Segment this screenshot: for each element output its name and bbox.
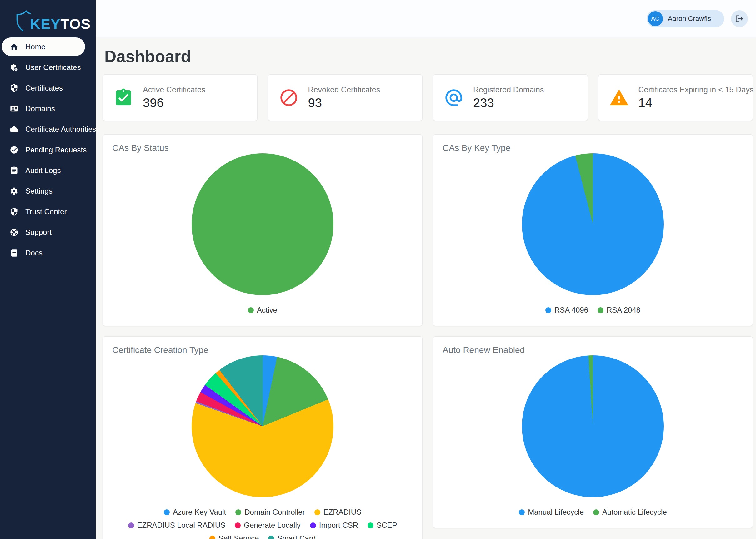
legend-dot [235,522,240,528]
sidebar-item-label: User Certificates [25,63,81,72]
legend-item-azure-key-vault[interactable]: Azure Key Vault [164,508,226,516]
legend-dot [315,509,320,515]
stat-value: 93 [308,96,380,110]
legend-label: Import CSR [319,521,358,530]
topbar: AC Aaron Crawfis [96,0,756,38]
legend-dot [164,509,170,515]
sidebar-item-audit-logs[interactable]: Audit Logs [2,161,85,180]
stat-icon-wrap [114,88,134,108]
user-name: Aaron Crawfis [668,15,711,23]
brand-name-tos: TOS [61,16,91,32]
sidebar-nav: HomeUser CertificatesCertificatesDomains… [0,38,96,262]
pie-cas-by-status [192,153,333,295]
legend-dot [593,509,599,515]
sidebar-item-pending-requests[interactable]: Pending Requests [2,140,85,159]
brand-logo[interactable]: KEYTOS [0,4,96,36]
sidebar-item-settings[interactable]: Settings [2,182,85,200]
stats-row: Active Certificates 396 Revoked Certific… [103,74,753,121]
legend-dot [268,536,274,539]
page-title: Dashboard [104,47,753,66]
stat-card-certificates-expiring-in-15-days: Certificates Expiring in < 15 Days 14 [598,74,753,121]
stat-label: Active Certificates [143,85,205,94]
chart-title: Certificate Creation Type [112,345,413,355]
legend-label: EZRADIUS Local RADIUS [137,521,226,530]
charts-grid: CAs By StatusActiveCAs By Key TypeRSA 40… [103,134,753,539]
stat-text: Certificates Expiring in < 15 Days 14 [638,85,754,110]
legend-dot [248,307,254,313]
user-chip[interactable]: AC Aaron Crawfis [647,10,724,28]
legend-label: Domain Controller [244,508,305,516]
warning-icon [609,88,629,108]
stat-card-active-certificates: Active Certificates 396 [103,74,257,121]
gear-icon [10,187,19,195]
legend: RSA 4096RSA 2048 [442,306,743,314]
sidebar-item-trust-center[interactable]: Trust Center [2,202,85,221]
legend-label: SCEP [377,521,397,530]
legend-item-domain-controller[interactable]: Domain Controller [235,508,305,516]
home-icon [10,42,19,51]
avatar: AC [648,11,663,26]
legend-label: RSA 2048 [607,306,640,314]
legend-item-smart-card[interactable]: Smart Card [268,534,316,539]
legend-dot [519,509,525,515]
logout-button[interactable] [731,10,748,27]
stat-text: Registered Domains 233 [473,85,544,110]
sidebar-item-label: Trust Center [25,207,66,216]
sidebar-item-domains[interactable]: Domains [2,99,85,118]
book-icon [10,249,19,257]
stat-icon-wrap [609,88,629,108]
legend-item-self-service[interactable]: Self-Service [209,534,259,539]
sidebar: KEYTOS HomeUser CertificatesCertificates… [0,0,96,539]
legend: Manual LifecycleAutomatic Lifecycle [442,508,743,516]
legend-dot [367,522,373,528]
sidebar-item-label: Certificate Authorities [25,125,96,134]
sidebar-item-certificates[interactable]: Certificates [2,79,85,97]
legend-item-ezradius-local-radius[interactable]: EZRADIUS Local RADIUS [128,521,226,530]
legend-label: Active [257,306,277,314]
at-icon [444,88,464,108]
sidebar-item-home[interactable]: Home [2,38,85,56]
sidebar-item-support[interactable]: Support [2,223,85,241]
legend-item-active[interactable]: Active [248,306,277,314]
legend-dot [128,522,134,528]
legend-label: Manual Lifecycle [528,508,584,516]
pie-cas-by-key-type [522,153,664,295]
stat-text: Active Certificates 396 [143,85,205,110]
legend-item-generate-locally[interactable]: Generate Locally [235,521,300,530]
logout-icon [735,14,744,23]
legend-item-ezradius[interactable]: EZRADIUS [315,508,361,516]
stat-card-registered-domains: Registered Domains 233 [433,74,588,121]
chart-card-cas-by-status: CAs By StatusActive [103,134,423,326]
legend-label: Azure Key Vault [173,508,226,516]
block-icon [279,88,299,108]
legend-item-import-csr[interactable]: Import CSR [310,521,358,530]
stat-label: Registered Domains [473,85,544,94]
chart-title: CAs By Key Type [442,143,743,153]
brand-name-key: KEY [30,16,61,32]
sidebar-item-certificate-authorities[interactable]: Certificate Authorities [2,120,85,138]
legend-label: RSA 4096 [554,306,588,314]
pie-certificate-creation-type [192,355,333,497]
sidebar-item-docs[interactable]: Docs [2,244,85,262]
stat-value: 396 [143,96,205,110]
content: Dashboard Active Certificates 396 Revoke… [96,38,756,539]
pie-auto-renew-enabled [522,355,664,497]
legend-item-rsa-4096[interactable]: RSA 4096 [545,306,588,314]
clipboard-icon [10,166,19,175]
sidebar-item-label: Support [25,228,51,237]
legend-dot [598,307,604,313]
legend: Active [112,306,413,314]
legend-dot [209,536,215,539]
legend-item-rsa-2048[interactable]: RSA 2048 [598,306,640,314]
legend-item-manual-lifecycle[interactable]: Manual Lifecycle [519,508,584,516]
brand-name: KEYTOS [30,16,91,33]
sidebar-item-label: Pending Requests [25,145,87,154]
life-ring-icon [10,228,19,237]
sidebar-item-user-certificates[interactable]: User Certificates [2,58,85,77]
legend-item-automatic-lifecycle[interactable]: Automatic Lifecycle [593,508,667,516]
legend-dot [235,509,241,515]
legend-item-scep[interactable]: SCEP [367,521,397,530]
sidebar-item-label: Domains [25,104,55,113]
stat-card-revoked-certificates: Revoked Certificates 93 [268,74,423,121]
stat-value: 233 [473,96,544,110]
